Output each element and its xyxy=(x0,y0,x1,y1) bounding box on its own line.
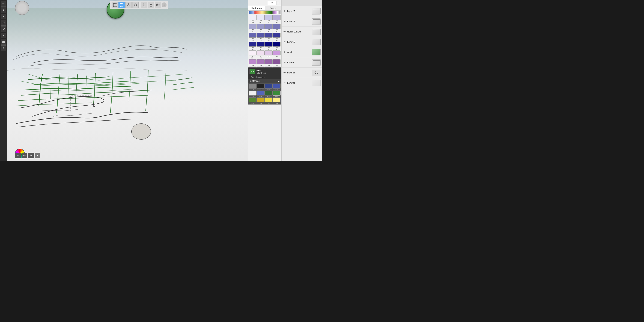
undo-btn[interactable]: ↩ xyxy=(15,153,21,158)
swatch-bv04[interactable]: BV04 xyxy=(265,33,272,41)
layer-item-layer23[interactable]: 👁 Layer23 Co xyxy=(282,68,322,78)
custom-swatch-g07[interactable]: G07 xyxy=(273,90,280,97)
layer6-eye-icon[interactable]: 👁 xyxy=(283,61,286,64)
layer25-eye-icon[interactable]: 👁 xyxy=(283,10,286,13)
cracks-thumbnail xyxy=(312,49,320,56)
custom-swatch-c5[interactable]: C5 xyxy=(249,84,256,90)
svg-rect-7 xyxy=(114,3,115,4)
layer-item-layer15[interactable]: 👁 Layer15 xyxy=(282,37,322,47)
tool-btn-8[interactable]: ⊡ xyxy=(1,45,6,51)
custom-swatch-b99[interactable]: B99 xyxy=(265,84,272,90)
swatch-bv25[interactable]: BV25 xyxy=(249,42,256,50)
layer15-eye-icon[interactable]: 👁 xyxy=(283,40,286,44)
color-spectrum-bar[interactable] xyxy=(249,11,280,14)
lasso-btn[interactable] xyxy=(125,2,132,8)
swatch-bv02[interactable]: BV02 xyxy=(273,24,280,32)
transform-btn[interactable] xyxy=(112,2,118,8)
swatch-bv00[interactable]: BV00 xyxy=(265,15,272,24)
tool-btn-6[interactable]: ✦ xyxy=(1,33,6,38)
swatch-v93[interactable]: V93 xyxy=(273,59,280,66)
magnet-icon xyxy=(142,3,146,7)
layer-item-layer24[interactable]: 👁 Layer24 xyxy=(282,78,322,88)
tool-btn-5[interactable]: 🖌 xyxy=(1,26,6,32)
swatch-v12[interactable]: V12 xyxy=(257,59,264,66)
swatch-v0000[interactable]: V0000 xyxy=(249,50,256,59)
swatch-bv34[interactable]: BV34 xyxy=(273,33,280,41)
color-number-box[interactable]: 0 xyxy=(268,1,276,5)
more-btn[interactable]: ● xyxy=(162,2,166,8)
tool-btn-3[interactable]: ▲ xyxy=(1,14,6,19)
tool-btn-7[interactable]: ⬤ xyxy=(1,39,6,45)
rotate-icon xyxy=(134,3,137,7)
swatch-bv31[interactable]: BV31 xyxy=(265,24,272,32)
swatch-bv29[interactable]: BV29 xyxy=(273,42,280,50)
rotate-btn[interactable] xyxy=(132,2,138,8)
eye-btn[interactable] xyxy=(155,2,161,8)
custom-swatch-g29[interactable]: G29 xyxy=(265,90,272,97)
swatch-bv13[interactable]: BV13 xyxy=(249,33,256,41)
custom-set-collapse[interactable]: ▲ xyxy=(278,80,280,82)
canvas-area[interactable]: ● ↩ ↪ ⧉ ➤ Colorless Blen... xyxy=(7,0,248,161)
layer-item-cracks-straight[interactable]: 👁 cracks straight xyxy=(282,27,322,37)
swatch-color-bv17 xyxy=(257,42,264,46)
swatch-bv0000[interactable]: BV0000 xyxy=(249,15,256,24)
layer24-eye-icon[interactable]: 👁 xyxy=(283,82,286,84)
swatch-bv23[interactable]: BV23 xyxy=(257,33,264,41)
redo-btn[interactable]: ↪ xyxy=(22,153,27,158)
custom-swatch-b39[interactable]: B39 xyxy=(273,84,280,90)
navigation-circle[interactable] xyxy=(15,1,29,15)
custom-swatch-y02[interactable]: Y02 xyxy=(273,98,280,104)
swatch-bv08[interactable]: BV08 xyxy=(265,42,272,50)
more-icon: ● xyxy=(163,3,165,6)
tab-design[interactable]: Design xyxy=(265,6,282,10)
custom-swatch-color-g07 xyxy=(273,90,280,96)
tab-illustration[interactable]: Illustration xyxy=(248,6,265,10)
custom-swatch-g46[interactable]: G46 xyxy=(249,98,256,104)
swatch-color-v000 xyxy=(257,50,264,56)
custom-swatch-y04[interactable]: Y04 xyxy=(265,98,272,104)
custom-swatch-color-b39 xyxy=(273,84,280,88)
svg-rect-9 xyxy=(113,6,114,7)
select-btn[interactable] xyxy=(118,2,125,8)
svg-point-28 xyxy=(158,5,158,5)
swatch-bv01[interactable]: BV01 xyxy=(249,24,256,32)
layer22-thumbnail xyxy=(312,18,320,25)
swatch-v91[interactable]: V91 xyxy=(249,59,256,66)
custom-swatch-110[interactable]: 110 xyxy=(257,84,264,90)
swatch-bv11[interactable]: BV11 xyxy=(257,24,264,32)
custom-swatch-color-c5 xyxy=(249,84,256,88)
layer-item-layer25[interactable]: 👁 Layer25 xyxy=(282,6,322,16)
swatch-bv17[interactable]: BV17 xyxy=(257,42,264,50)
layer23-name: Layer23 xyxy=(287,72,311,74)
tool-btn-4[interactable]: ⬡ xyxy=(1,20,6,26)
lasso-icon xyxy=(127,3,130,7)
layer23-eye-icon[interactable]: 👁 xyxy=(283,71,286,74)
swatch-v20[interactable]: V20 xyxy=(265,50,272,59)
svg-rect-6 xyxy=(113,3,114,4)
custom-swatch-y17[interactable]: Y17 xyxy=(257,98,264,104)
layer22-eye-icon[interactable]: 👁 xyxy=(283,20,286,23)
swatch-v22[interactable]: V22 xyxy=(265,59,272,66)
layer-item-layer6[interactable]: 👁 Layer6 xyxy=(282,57,322,68)
custom-swatch-c0[interactable]: C0 xyxy=(249,90,256,97)
arrow-tool-btn[interactable]: ➤ xyxy=(34,153,40,158)
layer-item-cracks[interactable]: 👁 cracks xyxy=(282,47,322,57)
cracks-straight-eye-icon[interactable]: 👁 xyxy=(283,30,286,33)
tool-btn-1[interactable]: ✏ xyxy=(1,1,6,6)
tool-btn-2[interactable]: ◈ xyxy=(1,7,6,13)
swatch-bv20[interactable]: BV20 xyxy=(273,15,280,24)
svg-point-26 xyxy=(151,5,151,6)
layer-item-layer22[interactable]: 👁 Layer22 xyxy=(282,16,322,27)
custom-swatch-b97[interactable]: B97 xyxy=(257,90,264,97)
copy-btn[interactable]: ⧉ xyxy=(28,153,34,158)
swatch-color-v93 xyxy=(273,59,280,64)
swatch-bv000[interactable]: BV000 xyxy=(257,15,264,24)
magnet-btn[interactable] xyxy=(141,2,147,8)
cracks-eye-icon[interactable]: 👁 xyxy=(283,51,286,54)
swatch-v000[interactable]: V000 xyxy=(257,50,264,59)
custom-swatch-color-y02 xyxy=(273,98,280,102)
complementary-bar[interactable]: ↑ Complementary xyxy=(248,76,282,79)
lock-btn[interactable] xyxy=(148,2,154,8)
swatch-v01[interactable]: V01 xyxy=(273,50,280,59)
svg-point-15 xyxy=(120,4,120,5)
